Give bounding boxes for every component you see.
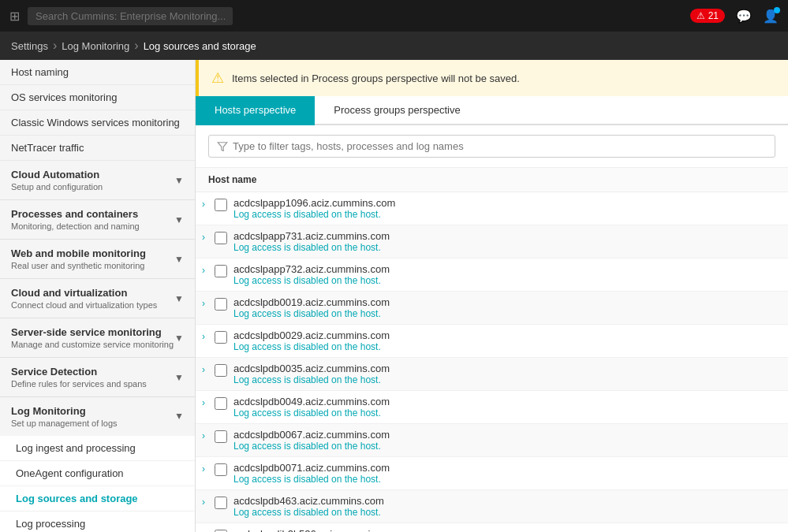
sidebar-item-log-ingest[interactable]: Log ingest and processing [0, 436, 195, 461]
host-status[interactable]: Log access is disabled on the host. [233, 209, 782, 220]
host-row: › acdcslpdb0071.aciz.cummins.com Log acc… [196, 457, 788, 490]
host-name: acdcslpdb0067.aciz.cummins.com [233, 429, 782, 441]
sidebar-section-cloud-automation-header[interactable]: Cloud Automation Setup and configuration… [0, 161, 195, 199]
sidebar-item-classic-windows[interactable]: Classic Windows services monitoring [0, 110, 195, 136]
sidebar-item-host-naming[interactable]: Host naming [0, 60, 195, 85]
sidebar-section-web-mobile-header[interactable]: Web and mobile monitoring Real user and … [0, 240, 195, 278]
sidebar-section-service-detection-sub: Define rules for services and spans [11, 379, 174, 389]
chevron-cloud-automation: ▼ [174, 175, 184, 186]
sidebar-section-processes-header[interactable]: Processes and containers Monitoring, det… [0, 200, 195, 239]
row-checkbox[interactable] [215, 298, 227, 311]
row-expand-chevron[interactable]: › [202, 429, 215, 441]
search-input[interactable] [28, 7, 233, 25]
row-checkbox[interactable] [215, 265, 227, 277]
host-row: › acdcslpdb0029.aciz.cummins.com Log acc… [196, 325, 788, 358]
breadcrumb-log-monitoring[interactable]: Log Monitoring [62, 40, 129, 52]
row-expand-chevron[interactable]: › [202, 495, 215, 508]
sidebar-section-cloud-virt-title: Cloud and virtualization [11, 287, 174, 299]
filter-input[interactable] [208, 135, 775, 158]
row-content: acdcslpapp731.aciz.cummins.com Log acces… [233, 230, 782, 253]
row-expand-chevron[interactable]: › [202, 396, 215, 408]
sidebar-item-oneagent[interactable]: OneAgent configuration [0, 461, 195, 486]
breadcrumb: Settings › Log Monitoring › Log sources … [0, 32, 788, 60]
row-checkbox[interactable] [215, 232, 227, 244]
host-name: acdcslpedib2b526.aciz.cummins.com [233, 528, 782, 532]
sidebar-section-log-monitoring-header[interactable]: Log Monitoring Set up management of logs… [0, 397, 195, 436]
row-expand-chevron[interactable]: › [202, 528, 215, 532]
chat-icon[interactable]: 💬 [736, 9, 752, 24]
row-expand-chevron[interactable]: › [202, 197, 215, 210]
row-content: acdcslpdb0035.aciz.cummins.com Log acces… [233, 363, 782, 385]
warning-icon: ⚠ [211, 69, 224, 87]
host-row: › acdcslpapp732.aciz.cummins.com Log acc… [196, 259, 788, 292]
host-table-header: Host name [196, 168, 788, 192]
row-checkbox[interactable] [215, 497, 227, 509]
tab-process-groups-perspective[interactable]: Process groups perspective [315, 96, 479, 125]
row-content: acdcslpedib2b526.aciz.cummins.com Log ac… [233, 528, 782, 532]
row-checkbox[interactable] [215, 364, 227, 377]
main-content: ⚠ Items selected in Process groups persp… [196, 60, 788, 532]
row-expand-chevron[interactable]: › [202, 230, 215, 243]
sidebar-section-server-side: Server-side service monitoring Manage an… [0, 318, 195, 358]
row-checkbox[interactable] [215, 463, 227, 476]
host-status[interactable]: Log access is disabled on the host. [233, 341, 782, 352]
breadcrumb-settings[interactable]: Settings [11, 40, 48, 52]
sidebar-section-log-monitoring-sub: Set up management of logs [11, 419, 174, 428]
host-status[interactable]: Log access is disabled on the host. [233, 374, 782, 385]
tabs-bar: Hosts perspective Process groups perspec… [196, 96, 788, 125]
chevron-service-detection: ▼ [174, 372, 184, 383]
sidebar-item-os-services[interactable]: OS services monitoring [0, 85, 195, 110]
sidebar-section-cloud-virt-sub: Connect cloud and virtualization types [11, 300, 174, 310]
chevron-log-monitoring: ▲ [174, 411, 184, 422]
sidebar-section-cloud-automation-title: Cloud Automation [11, 169, 174, 180]
alert-badge[interactable]: ⚠ 21 [690, 9, 725, 23]
row-checkbox[interactable] [215, 199, 227, 211]
user-icon[interactable]: 👤 [763, 9, 779, 24]
row-content: acdcslpdb0067.aciz.cummins.com Log acces… [233, 429, 782, 452]
layout: Host naming OS services monitoring Class… [0, 60, 788, 532]
sidebar-section-processes: Processes and containers Monitoring, det… [0, 200, 195, 240]
row-checkbox[interactable] [215, 331, 227, 344]
sidebar-section-processes-title: Processes and containers [11, 208, 174, 220]
host-status[interactable]: Log access is disabled on the host. [233, 275, 782, 286]
sidebar-item-nettracer[interactable]: NetTracer traffic [0, 136, 195, 161]
filter-bar [196, 125, 788, 168]
sidebar-section-log-monitoring: Log Monitoring Set up management of logs… [0, 397, 195, 532]
sidebar-section-server-side-sub: Manage and customize service monitoring [11, 340, 174, 349]
chevron-processes: ▼ [174, 214, 184, 225]
breadcrumb-current: Log sources and storage [144, 40, 256, 52]
row-content: acdcslpdb0049.aciz.cummins.com Log acces… [233, 396, 782, 419]
row-expand-chevron[interactable]: › [202, 329, 215, 342]
breadcrumb-sep-2: › [134, 39, 138, 53]
host-row: › acdcslpdb0067.aciz.cummins.com Log acc… [196, 424, 788, 457]
chevron-server-side: ▼ [174, 333, 184, 344]
breadcrumb-sep-1: › [53, 39, 57, 53]
row-expand-chevron[interactable]: › [202, 363, 215, 375]
row-content: acdcslpdb463.aciz.cummins.com Log access… [233, 495, 782, 518]
tab-hosts-perspective[interactable]: Hosts perspective [196, 96, 315, 125]
host-status[interactable]: Log access is disabled on the host. [233, 242, 782, 253]
row-checkbox[interactable] [215, 397, 227, 410]
host-status[interactable]: Log access is disabled on the host. [233, 474, 782, 485]
sidebar-section-cloud-virt-header[interactable]: Cloud and virtualization Connect cloud a… [0, 279, 195, 318]
row-expand-chevron[interactable]: › [202, 296, 215, 309]
sidebar-section-log-monitoring-title: Log Monitoring [11, 405, 174, 417]
row-expand-chevron[interactable]: › [202, 263, 215, 276]
grid-icon[interactable]: ⊞ [9, 9, 20, 24]
sidebar-section-cloud-virt: Cloud and virtualization Connect cloud a… [0, 279, 195, 318]
host-status[interactable]: Log access is disabled on the host. [233, 507, 782, 518]
sidebar-item-log-sources[interactable]: Log sources and storage [0, 486, 195, 512]
host-status[interactable]: Log access is disabled on the host. [233, 308, 782, 319]
sidebar-section-service-detection-header[interactable]: Service Detection Define rules for servi… [0, 358, 195, 396]
host-row: › acdcslpdb0035.aciz.cummins.com Log acc… [196, 358, 788, 391]
sidebar-section-server-side-header[interactable]: Server-side service monitoring Manage an… [0, 318, 195, 357]
host-status[interactable]: Log access is disabled on the host. [233, 407, 782, 419]
sidebar-section-service-detection: Service Detection Define rules for servi… [0, 358, 195, 397]
sidebar-item-log-processing[interactable]: Log processing [0, 512, 195, 532]
row-content: acdcslpapp732.aciz.cummins.com Log acces… [233, 263, 782, 286]
row-expand-chevron[interactable]: › [202, 462, 215, 474]
host-name: acdcslpdb0049.aciz.cummins.com [233, 396, 782, 407]
host-name: acdcslpdb0019.aciz.cummins.com [233, 296, 782, 308]
row-checkbox[interactable] [215, 430, 227, 443]
host-status[interactable]: Log access is disabled on the host. [233, 441, 782, 452]
